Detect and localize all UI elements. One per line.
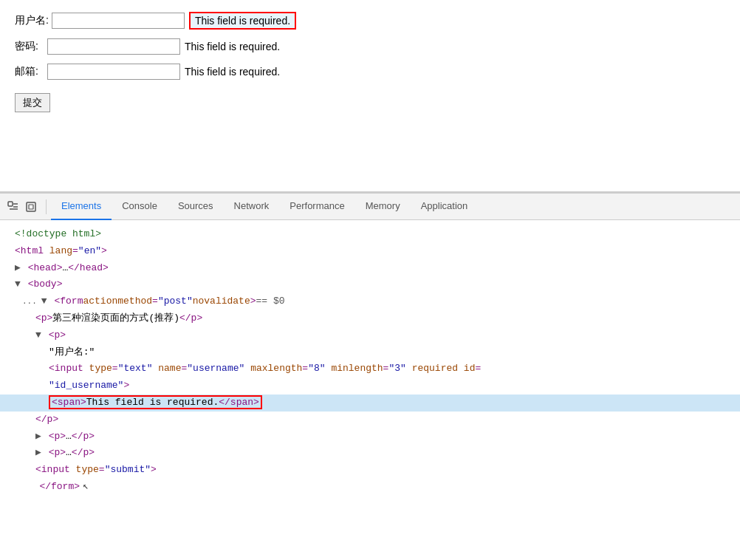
tab-memory[interactable]: Memory [355, 194, 411, 220]
email-validation: This field is required. [185, 66, 280, 78]
code-input-id: "id_username"> [0, 378, 740, 395]
code-input-username: <input type="text" name="username" maxle… [0, 361, 740, 378]
email-input[interactable] [47, 64, 180, 80]
cursor-icon[interactable] [6, 199, 21, 214]
web-preview: 用户名: This field is required. 密码: This fi… [0, 0, 740, 192]
devtools-panel: Elements Console Sources Network Perform… [0, 192, 740, 560]
code-p3-collapsed[interactable]: ▶ <p>…</p> [0, 445, 740, 462]
email-label: 邮箱: [15, 65, 44, 78]
password-validation: This field is required. [185, 41, 280, 52]
code-form-close: </form> ↖ [0, 479, 740, 496]
toolbar-separator [46, 199, 47, 214]
code-p-title: <p>第三种渲染页面的方式(推荐)</p> [0, 310, 740, 327]
tab-performance[interactable]: Performance [279, 194, 354, 220]
password-row: 密码: This field is required. [15, 38, 725, 55]
tab-application[interactable]: Application [411, 194, 479, 220]
tab-elements[interactable]: Elements [51, 194, 112, 220]
svg-rect-2 [29, 205, 33, 209]
tab-sources[interactable]: Sources [168, 194, 224, 220]
devtools-code-panel: <!doctype html> <html lang="en"> ▶ <head… [0, 220, 740, 560]
code-text-username: "用户名:" [0, 344, 740, 361]
username-row: 用户名: This field is required. [15, 12, 725, 30]
password-input[interactable] [47, 38, 180, 55]
cursor-arrow: ↖ [83, 479, 90, 495]
tab-network[interactable]: Network [224, 194, 280, 220]
code-head[interactable]: ▶ <head>…</head> [0, 260, 740, 277]
code-body[interactable]: ▼ <body> [0, 276, 740, 293]
code-p-close: </p> [0, 412, 740, 428]
code-span-required[interactable]: <span>This field is required.</span> [0, 395, 740, 412]
username-validation: This field is required. [189, 12, 296, 30]
code-html: <html lang="en"> [0, 243, 740, 260]
box-icon[interactable] [24, 199, 38, 214]
username-input[interactable] [52, 13, 185, 29]
devtools-toolbar: Elements Console Sources Network Perform… [0, 194, 740, 220]
svg-rect-1 [27, 202, 35, 211]
code-input-submit: <input type="submit"> [0, 462, 740, 479]
password-label: 密码: [15, 40, 44, 53]
code-form: ... ▼ <form action method="post" novalid… [0, 293, 740, 310]
email-row: 邮箱: This field is required. [15, 64, 725, 80]
code-doctype: <!doctype html> [0, 226, 740, 243]
username-label: 用户名: [15, 14, 49, 27]
code-p-open[interactable]: ▼ <p> [0, 327, 740, 344]
tab-console[interactable]: Console [112, 194, 168, 220]
svg-rect-0 [8, 202, 13, 206]
submit-button[interactable]: 提交 [15, 93, 50, 112]
code-p2-collapsed[interactable]: ▶ <p>…</p> [0, 428, 740, 445]
